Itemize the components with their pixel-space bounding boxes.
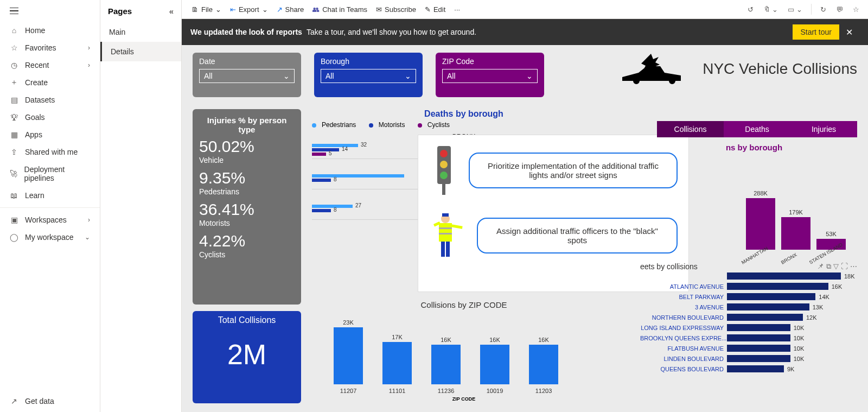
edit-button[interactable]: ✎Edit bbox=[420, 3, 450, 16]
tab-collisions[interactable]: Collisions bbox=[657, 121, 724, 137]
favorite-icon[interactable]: ☆ bbox=[850, 3, 863, 16]
metric-value: 9.35% bbox=[199, 169, 295, 187]
zip-chart: Collisions by ZIP CODE 23K 11207 17K 111… bbox=[312, 300, 616, 401]
slicer-dropdown[interactable]: All⌄ bbox=[199, 69, 295, 83]
slicer-borough[interactable]: Borough All⌄ bbox=[314, 53, 423, 97]
nav-myworkspace[interactable]: ◯My workspace⌄ bbox=[0, 229, 100, 246]
nav-home[interactable]: ⌂Home bbox=[0, 22, 100, 39]
share-button[interactable]: ↗Share bbox=[272, 3, 309, 16]
subscribe-button[interactable]: ✉Subscribe bbox=[372, 3, 420, 16]
nav-apps[interactable]: ▦Apps bbox=[0, 126, 100, 143]
export-button[interactable]: ⇤Export⌄ bbox=[226, 3, 272, 16]
page-details[interactable]: Details bbox=[100, 42, 181, 61]
slicer-date[interactable]: Date All⌄ bbox=[193, 53, 301, 97]
nav-favorites[interactable]: ☆Favorites› bbox=[0, 39, 100, 56]
nav-label: Home bbox=[25, 26, 45, 35]
data-label: 23K bbox=[343, 319, 354, 326]
nav-label: Workspaces bbox=[25, 215, 67, 224]
slicer-label: Borough bbox=[321, 57, 416, 66]
workspaces-icon: ▣ bbox=[10, 215, 18, 224]
data-label: 10K bbox=[790, 345, 805, 352]
avatar-icon: ◯ bbox=[10, 233, 18, 242]
more-button[interactable]: ··· bbox=[450, 3, 464, 16]
chevron-right-icon: › bbox=[88, 61, 90, 69]
focus-icon[interactable]: ⛶ bbox=[841, 262, 848, 271]
plus-icon: ＋ bbox=[10, 78, 18, 87]
more-icon[interactable]: ⋯ bbox=[850, 262, 857, 271]
data-label: 16K bbox=[828, 283, 843, 290]
page-main[interactable]: Main bbox=[100, 22, 181, 42]
slicer-dropdown[interactable]: All⌄ bbox=[321, 69, 416, 83]
metric-label: Pedestrians bbox=[199, 187, 295, 196]
toolbar-label: File bbox=[201, 5, 213, 14]
data-label: 12K bbox=[803, 314, 817, 321]
chat-button[interactable]: 👥︎Chat in Teams bbox=[308, 3, 372, 16]
nav-label: Shared with me bbox=[25, 148, 78, 156]
close-icon[interactable]: ✕ bbox=[839, 24, 859, 41]
comment-icon[interactable]: 💬︎ bbox=[833, 3, 846, 16]
tab-deaths[interactable]: Deaths bbox=[724, 121, 790, 137]
report-canvas: Date All⌄ Borough All⌄ ZIP Code All⌄ NYC… bbox=[182, 45, 868, 412]
bar bbox=[727, 324, 790, 331]
crash-icon bbox=[617, 53, 693, 85]
nav-workspaces[interactable]: ▣Workspaces› bbox=[0, 211, 100, 229]
collisions-borough-chart: ns by borough 288K 179K 53K MANHATTAN BR… bbox=[651, 143, 857, 266]
start-tour-button[interactable]: Start tour bbox=[793, 24, 839, 40]
nav-label: Favorites bbox=[25, 43, 56, 52]
undo-icon[interactable]: ↺ bbox=[744, 3, 757, 16]
chart-title: Collisions by ZIP CODE bbox=[312, 300, 616, 309]
bar bbox=[727, 365, 784, 372]
toolbar: 🗎File⌄ ⇤Export⌄ ↗Share 👥︎Chat in Teams ✉… bbox=[182, 0, 868, 19]
tab-injuries[interactable]: Injuries bbox=[790, 121, 857, 137]
toolbar-label: Share bbox=[285, 5, 304, 14]
metric-value: 4.22% bbox=[199, 232, 295, 250]
nav-label: Create bbox=[25, 78, 48, 87]
apps-icon: ▦ bbox=[10, 130, 18, 139]
view-icon[interactable]: ▭ ⌄ bbox=[784, 3, 806, 16]
nav-shared[interactable]: ⇪Shared with me bbox=[0, 143, 100, 161]
svg-rect-9 bbox=[439, 233, 452, 234]
svg-point-1 bbox=[440, 150, 448, 157]
file-icon: 🗎 bbox=[192, 5, 199, 14]
filter-icon[interactable]: ▽ bbox=[833, 262, 839, 271]
collapse-icon[interactable]: « bbox=[169, 7, 174, 16]
data-label: 10K bbox=[790, 325, 805, 331]
getdata-icon: ↗ bbox=[10, 397, 18, 405]
slicer-value: All bbox=[326, 72, 334, 80]
nav-recent[interactable]: ◷Recent› bbox=[0, 56, 100, 74]
axis-label: 11236 bbox=[438, 388, 455, 394]
bookmark-icon[interactable]: 🔖︎ ⌄ bbox=[760, 3, 782, 16]
hamburger-icon[interactable] bbox=[0, 0, 100, 22]
metric-value: 50.02% bbox=[199, 137, 295, 156]
copy-icon[interactable]: ⧉ bbox=[826, 262, 831, 271]
nav-label: Goals bbox=[25, 113, 45, 122]
slicer-zip[interactable]: ZIP Code All⌄ bbox=[436, 53, 544, 97]
data-label: 53K bbox=[826, 231, 837, 237]
chart-title: ns by borough bbox=[651, 143, 857, 152]
svg-point-2 bbox=[440, 161, 448, 168]
bar bbox=[431, 345, 461, 384]
nav-create[interactable]: ＋Create bbox=[0, 74, 100, 91]
toolbar-label: Edit bbox=[433, 5, 445, 14]
legend-item: Motorists bbox=[379, 121, 405, 129]
total-card: Total Collisions 2M bbox=[193, 311, 301, 403]
chevron-down-icon: ⌄ bbox=[405, 72, 411, 80]
insight-text: Assign additional traffic officers to th… bbox=[477, 218, 678, 253]
data-label: 14K bbox=[815, 294, 829, 300]
report-title: NYC Vehicle Collisions bbox=[703, 60, 857, 78]
nav-datasets[interactable]: ▤Datasets bbox=[0, 91, 100, 109]
nav-learn[interactable]: 📖︎Learn bbox=[0, 187, 100, 204]
refresh-icon[interactable]: ↻ bbox=[817, 3, 829, 16]
street-label: LONG ISLAND EXPRESSWAY bbox=[640, 325, 727, 331]
nav-getdata[interactable]: ↗Get data bbox=[0, 390, 100, 412]
slicer-dropdown[interactable]: All⌄ bbox=[442, 69, 538, 83]
street-label: BROOKLYN QUEENS EXPRE... bbox=[640, 335, 727, 341]
nav-label: Get data bbox=[25, 397, 54, 405]
pin-icon[interactable]: 📌︎ bbox=[817, 262, 824, 271]
data-label: 32 bbox=[361, 142, 367, 148]
axis-title: ZIP CODE bbox=[452, 396, 475, 402]
nav-goals[interactable]: 🏆︎Goals bbox=[0, 109, 100, 126]
street-label: NORTHERN BOULEVARD bbox=[640, 314, 727, 321]
file-button[interactable]: 🗎File⌄ bbox=[187, 3, 226, 16]
nav-pipelines[interactable]: 🚀︎Deployment pipelines bbox=[0, 161, 100, 187]
